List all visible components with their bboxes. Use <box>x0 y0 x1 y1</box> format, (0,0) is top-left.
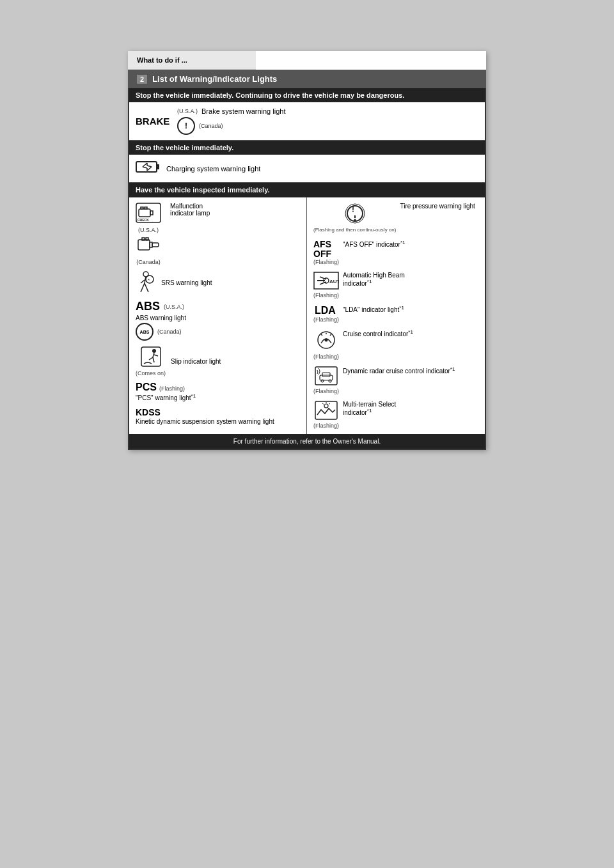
svg-rect-10 <box>150 211 153 215</box>
cruise-row: (Flashing) Cruise control indicator*1 <box>313 329 478 360</box>
lda-label: LDA <box>315 305 338 316</box>
right-column: ! (Flashing and then continu-ously on) T… <box>307 198 485 434</box>
charging-text: Charging system warning light <box>166 165 260 173</box>
tab-label: What to do if ... <box>137 56 187 64</box>
svg-text:!: ! <box>352 205 354 214</box>
dynamic-radar-row: (Flashing) Dynamic radar cruise control … <box>313 366 478 394</box>
svg-line-4 <box>147 166 152 167</box>
srs-text: SRS warning light <box>161 279 212 286</box>
svg-text:CHECK: CHECK <box>138 218 149 222</box>
main-grid: CHECK (U.S.A.) <box>129 197 485 434</box>
auto-high-beam-row: AUTO (Flashing) Automatic High Beam indi… <box>313 272 478 298</box>
lda-row: LDA (Flashing) "LDA" indicator light*1 <box>313 305 478 323</box>
multi-text: Multi-terrain Select indicator*1 <box>343 401 396 416</box>
svg-text:*: * <box>148 277 150 283</box>
malfunction-sub: indicator lamp <box>170 210 210 217</box>
pcs-text: "PCS" warning light*1 <box>136 393 300 401</box>
lda-text: "LDA" indicator light*1 <box>343 305 404 313</box>
svg-rect-17 <box>146 238 148 240</box>
svg-rect-16 <box>142 238 145 240</box>
svg-rect-1 <box>157 164 159 169</box>
brake-canada-icon: ! <box>177 117 195 135</box>
multi-terrain-row: (Flashing) Multi-terrain Select indicato… <box>313 401 478 429</box>
svg-rect-11 <box>141 207 143 209</box>
tire-text: Tire pressure warning light <box>400 203 475 210</box>
check-engine-icon: CHECK <box>136 203 161 223</box>
svg-line-31 <box>154 355 158 356</box>
svg-rect-12 <box>145 207 147 209</box>
svg-line-7 <box>143 167 147 168</box>
abs-canada-icon: ABS <box>136 323 154 341</box>
canada-engine-icon <box>138 237 159 255</box>
svg-line-55 <box>329 403 330 405</box>
svg-point-34 <box>354 219 356 221</box>
brake-section: BRAKE (U.S.A.) Brake system warning ligh… <box>129 102 485 141</box>
cruise-icon <box>315 329 337 353</box>
svg-line-46 <box>321 334 322 336</box>
svg-line-45 <box>330 334 331 336</box>
multi-terrain-icon <box>315 401 338 422</box>
afs-row: AFS OFF (Flashing) "AFS OFF" indicator*1 <box>313 240 478 266</box>
auto-text: Automatic High Beam indicator*1 <box>343 272 405 287</box>
dynamic-text: Dynamic radar cruise control indicator*1 <box>343 366 455 375</box>
svg-line-22 <box>145 283 148 292</box>
abs-text: ABS warning light <box>136 314 300 322</box>
svg-point-53 <box>324 404 328 408</box>
section-header: 2 List of Warning/Indicator Lights <box>128 70 486 88</box>
pcs-section: PCS (Flashing) "PCS" warning light*1 <box>136 382 300 401</box>
malfunction-section: CHECK (U.S.A.) <box>136 203 300 265</box>
svg-line-56 <box>322 403 324 405</box>
afs-text: "AFS OFF" indicator*1 <box>343 240 405 248</box>
svg-line-28 <box>153 353 154 357</box>
tab-header: What to do if ... <box>128 51 256 70</box>
srs-row: * SRS warning light <box>136 270 300 295</box>
svg-line-23 <box>141 280 145 283</box>
slip-row: (Comes on) Slip indicator light <box>136 346 300 376</box>
svg-rect-14 <box>138 240 150 250</box>
svg-text:AUTO: AUTO <box>329 279 339 284</box>
svg-point-51 <box>329 380 331 382</box>
svg-point-27 <box>152 349 156 353</box>
cruise-text: Cruise control indicator*1 <box>343 329 413 337</box>
svg-point-32 <box>347 206 363 221</box>
dynamic-radar-icon <box>315 366 338 388</box>
slip-icon <box>140 346 162 370</box>
svg-line-5 <box>147 167 152 171</box>
tire-pressure-icon: ! <box>344 203 366 227</box>
kdss-section: KDSS Kinetic dynamic suspension system w… <box>136 407 300 425</box>
footnote: For further information, refer to the Ow… <box>129 434 485 449</box>
right-items: ! (Flashing and then continu-ously on) T… <box>313 203 478 429</box>
warning-table: Stop the vehicle immediately. Continuing… <box>128 88 486 450</box>
svg-point-43 <box>325 339 328 342</box>
auto-high-beam-icon: AUTO <box>313 272 339 292</box>
stop-immediately-header: Stop the vehicle immediately. <box>129 141 485 155</box>
charging-row: Charging system warning light <box>129 155 485 183</box>
abs-section: ABS (U.S.A.) ABS warning light ABS (Cana… <box>136 300 300 341</box>
tire-row: ! (Flashing and then continu-ously on) T… <box>313 203 478 233</box>
svg-rect-9 <box>139 209 150 217</box>
battery-icon <box>136 160 160 177</box>
stop-dangerous-header: Stop the vehicle immediately. Continuing… <box>129 88 485 102</box>
page-container: What to do if ... 2 List of Warning/Indi… <box>128 51 486 450</box>
malfunction-title: Malfunction <box>170 203 210 210</box>
svg-rect-47 <box>315 367 337 385</box>
svg-point-50 <box>321 380 324 382</box>
slip-text: Slip indicator light <box>171 358 221 365</box>
svg-line-2 <box>143 163 147 167</box>
section-title: List of Warning/Indicator Lights <box>152 74 277 84</box>
svg-rect-49 <box>322 373 330 376</box>
section-num: 2 <box>137 75 147 84</box>
svg-rect-18 <box>152 243 159 247</box>
svg-line-29 <box>149 357 153 360</box>
brake-label: BRAKE <box>136 116 171 127</box>
brake-icons-text: (U.S.A.) Brake system warning light ! (C… <box>177 107 285 135</box>
svg-line-21 <box>141 283 145 292</box>
kdss-text: Kinetic dynamic suspension system warnin… <box>136 418 300 425</box>
svg-line-30 <box>153 357 154 362</box>
left-column: CHECK (U.S.A.) <box>129 198 307 434</box>
have-inspected-header: Have the vehicle inspected immediately. <box>129 183 485 197</box>
afs-label: AFS OFF <box>313 240 339 260</box>
srs-icon: * <box>136 270 156 295</box>
